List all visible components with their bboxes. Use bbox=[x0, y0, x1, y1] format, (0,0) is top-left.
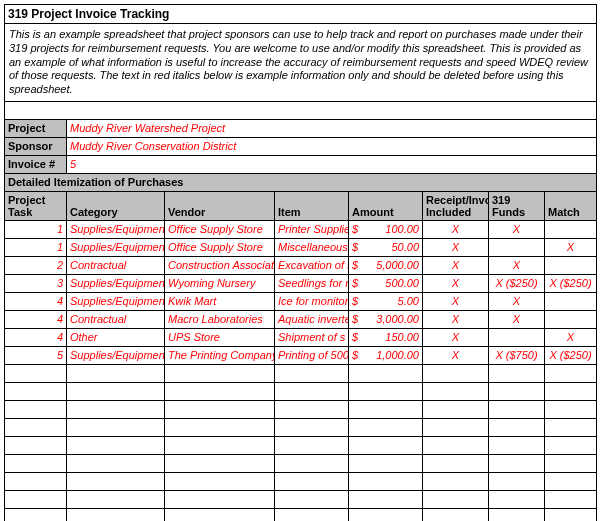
meta-sponsor-label: Sponsor bbox=[5, 137, 67, 155]
cell-category[interactable]: Supplies/Equipment bbox=[67, 274, 165, 292]
cell-task[interactable]: 4 bbox=[5, 310, 67, 328]
cell-funds[interactable]: X bbox=[489, 220, 545, 238]
cell-amount[interactable]: $5,000.00 bbox=[349, 256, 423, 274]
cell-funds[interactable]: X ($250) bbox=[489, 274, 545, 292]
description-row: This is an example spreadsheet that proj… bbox=[5, 24, 597, 102]
cell-vendor[interactable]: Wyoming Nursery bbox=[165, 274, 275, 292]
table-row bbox=[5, 364, 597, 382]
cell-amount[interactable]: $5.00 bbox=[349, 292, 423, 310]
cell-item[interactable]: Seedlings for r bbox=[275, 274, 349, 292]
table-row bbox=[5, 454, 597, 472]
cell-item[interactable]: Excavation of s bbox=[275, 256, 349, 274]
table-row bbox=[5, 400, 597, 418]
cell-match[interactable]: X ($250) bbox=[545, 346, 597, 364]
cell-item[interactable]: Miscellaneous bbox=[275, 238, 349, 256]
cell-vendor[interactable]: The Printing Company bbox=[165, 346, 275, 364]
description-text: This is an example spreadsheet that proj… bbox=[5, 24, 597, 102]
col-amount: Amount bbox=[349, 191, 423, 220]
cell-task[interactable]: 5 bbox=[5, 346, 67, 364]
cell-amount[interactable]: $500.00 bbox=[349, 274, 423, 292]
cell-match[interactable] bbox=[545, 310, 597, 328]
table-row: 4ContractualMacro LaboratoriesAquatic in… bbox=[5, 310, 597, 328]
cell-match[interactable]: X bbox=[545, 238, 597, 256]
cell-funds[interactable] bbox=[489, 328, 545, 346]
cell-task[interactable]: 3 bbox=[5, 274, 67, 292]
cell-receipt[interactable]: X bbox=[423, 328, 489, 346]
cell-vendor[interactable]: Kwik Mart bbox=[165, 292, 275, 310]
section-header: Detailed Itemization of Purchases bbox=[5, 173, 597, 191]
cell-match[interactable] bbox=[545, 256, 597, 274]
cell-receipt[interactable]: X bbox=[423, 256, 489, 274]
cell-task[interactable]: 4 bbox=[5, 292, 67, 310]
table-row bbox=[5, 436, 597, 454]
cell-amount[interactable]: $1,000.00 bbox=[349, 346, 423, 364]
cell-receipt[interactable]: X bbox=[423, 292, 489, 310]
cell-category[interactable]: Other bbox=[67, 328, 165, 346]
section-header-row: Detailed Itemization of Purchases bbox=[5, 173, 597, 191]
invoice-tracking-table: 319 Project Invoice Tracking This is an … bbox=[4, 4, 597, 521]
cell-match[interactable]: X ($250) bbox=[545, 274, 597, 292]
cell-receipt[interactable]: X bbox=[423, 310, 489, 328]
col-match: Match bbox=[545, 191, 597, 220]
cell-receipt[interactable]: X bbox=[423, 238, 489, 256]
cell-category[interactable]: Supplies/Equipment bbox=[67, 346, 165, 364]
cell-funds[interactable]: X bbox=[489, 310, 545, 328]
cell-vendor[interactable]: UPS Store bbox=[165, 328, 275, 346]
col-funds: 319 Funds bbox=[489, 191, 545, 220]
meta-invoice-row: Invoice # 5 bbox=[5, 155, 597, 173]
cell-funds[interactable] bbox=[489, 238, 545, 256]
page-title: 319 Project Invoice Tracking bbox=[5, 5, 597, 24]
cell-receipt[interactable]: X bbox=[423, 346, 489, 364]
cell-category[interactable]: Contractual bbox=[67, 310, 165, 328]
cell-category[interactable]: Supplies/Equipment bbox=[67, 292, 165, 310]
spacer-row bbox=[5, 101, 597, 119]
cell-category[interactable]: Contractual bbox=[67, 256, 165, 274]
cell-vendor[interactable]: Macro Laboratories bbox=[165, 310, 275, 328]
cell-vendor[interactable]: Office Supply Store bbox=[165, 238, 275, 256]
cell-amount[interactable]: $3,000.00 bbox=[349, 310, 423, 328]
table-row: 4OtherUPS StoreShipment of s$150.00XX bbox=[5, 328, 597, 346]
table-row bbox=[5, 508, 597, 521]
cell-vendor[interactable]: Construction Associates bbox=[165, 256, 275, 274]
meta-invoice-label: Invoice # bbox=[5, 155, 67, 173]
col-category: Category bbox=[67, 191, 165, 220]
cell-receipt[interactable]: X bbox=[423, 274, 489, 292]
table-row: 1Supplies/EquipmentOffice Supply StoreMi… bbox=[5, 238, 597, 256]
cell-task[interactable]: 4 bbox=[5, 328, 67, 346]
meta-sponsor-value[interactable]: Muddy River Conservation District bbox=[67, 137, 597, 155]
cell-item[interactable]: Ice for monitor bbox=[275, 292, 349, 310]
cell-item[interactable]: Printing of 500 bbox=[275, 346, 349, 364]
table-row bbox=[5, 382, 597, 400]
cell-task[interactable]: 1 bbox=[5, 220, 67, 238]
table-row bbox=[5, 490, 597, 508]
cell-match[interactable]: X bbox=[545, 328, 597, 346]
cell-match[interactable] bbox=[545, 220, 597, 238]
col-item: Item bbox=[275, 191, 349, 220]
table-row: 1Supplies/EquipmentOffice Supply StorePr… bbox=[5, 220, 597, 238]
meta-project-value[interactable]: Muddy River Watershed Project bbox=[67, 119, 597, 137]
cell-vendor[interactable]: Office Supply Store bbox=[165, 220, 275, 238]
cell-amount[interactable]: $100.00 bbox=[349, 220, 423, 238]
cell-task[interactable]: 2 bbox=[5, 256, 67, 274]
cell-item[interactable]: Aquatic inverte bbox=[275, 310, 349, 328]
meta-invoice-value[interactable]: 5 bbox=[67, 155, 597, 173]
cell-match[interactable] bbox=[545, 292, 597, 310]
cell-funds[interactable]: X ($750) bbox=[489, 346, 545, 364]
meta-sponsor-row: Sponsor Muddy River Conservation Distric… bbox=[5, 137, 597, 155]
column-header-row: Project Task Category Vendor Item Amount… bbox=[5, 191, 597, 220]
cell-receipt[interactable]: X bbox=[423, 220, 489, 238]
cell-item[interactable]: Shipment of s bbox=[275, 328, 349, 346]
meta-project-row: Project Muddy River Watershed Project bbox=[5, 119, 597, 137]
cell-funds[interactable]: X bbox=[489, 256, 545, 274]
title-row: 319 Project Invoice Tracking bbox=[5, 5, 597, 24]
cell-funds[interactable]: X bbox=[489, 292, 545, 310]
table-row: 4Supplies/EquipmentKwik MartIce for moni… bbox=[5, 292, 597, 310]
cell-amount[interactable]: $150.00 bbox=[349, 328, 423, 346]
table-row bbox=[5, 472, 597, 490]
cell-amount[interactable]: $50.00 bbox=[349, 238, 423, 256]
table-row: 5Supplies/EquipmentThe Printing CompanyP… bbox=[5, 346, 597, 364]
cell-category[interactable]: Supplies/Equipment bbox=[67, 220, 165, 238]
cell-category[interactable]: Supplies/Equipment bbox=[67, 238, 165, 256]
cell-task[interactable]: 1 bbox=[5, 238, 67, 256]
cell-item[interactable]: Printer Supplies bbox=[275, 220, 349, 238]
